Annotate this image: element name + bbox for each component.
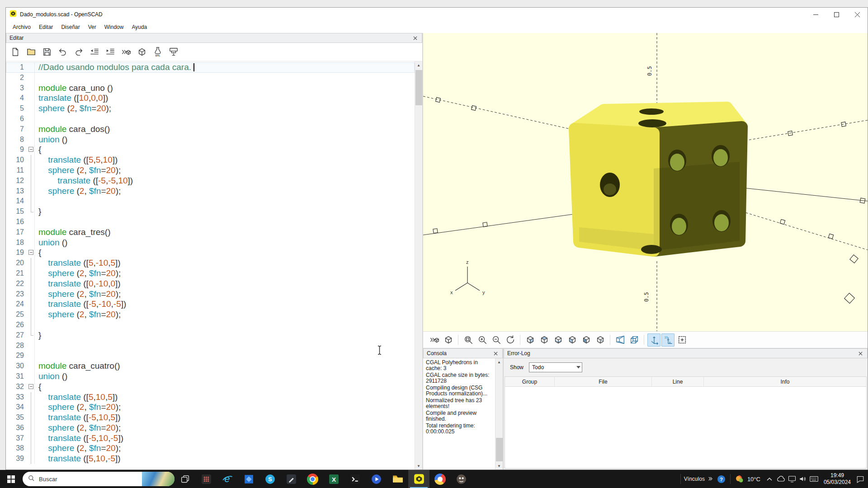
fold-margin[interactable]	[28, 124, 35, 135]
scroll-down-icon[interactable]: ▼	[415, 462, 422, 469]
fold-margin[interactable]	[28, 217, 35, 227]
code-line[interactable]: 18union ()	[6, 238, 415, 248]
fold-margin[interactable]	[28, 186, 35, 197]
fold-margin[interactable]	[28, 443, 35, 454]
code-line[interactable]: 27}	[6, 330, 415, 341]
fold-margin[interactable]	[28, 289, 35, 300]
task-view-icon[interactable]	[175, 470, 196, 488]
code-line[interactable]: 2	[6, 73, 415, 83]
render-icon[interactable]	[442, 333, 455, 347]
zoom-out-icon[interactable]	[490, 333, 503, 347]
perspective-icon[interactable]	[613, 333, 627, 347]
code-line[interactable]: 1//Dado usando modulos para cada cara.	[6, 62, 415, 73]
code-line[interactable]: 39 translate ([5,10,-5])	[6, 454, 415, 464]
minimize-icon[interactable]	[805, 8, 826, 21]
menu-window[interactable]: Window	[100, 22, 128, 32]
touch-keyboard-icon[interactable]	[808, 470, 820, 488]
grid-app-taskbar-icon[interactable]	[196, 470, 217, 488]
console-close-icon[interactable]	[492, 350, 499, 357]
view-all-icon[interactable]	[462, 333, 475, 347]
open-file-icon[interactable]	[24, 45, 38, 59]
code-line[interactable]: 12 translate ([-5,-5,10])	[6, 176, 415, 186]
code-line[interactable]: 5sphere (2, $fn=20);	[6, 103, 415, 114]
openscad-taskbar-icon[interactable]	[408, 470, 429, 488]
fold-margin[interactable]	[28, 402, 35, 413]
fold-margin[interactable]	[28, 73, 35, 83]
fold-margin[interactable]	[28, 341, 35, 351]
view-right-icon[interactable]	[524, 333, 537, 347]
view-left-icon[interactable]	[566, 333, 579, 347]
reset-view-icon[interactable]	[504, 333, 517, 347]
fold-margin[interactable]	[28, 371, 35, 382]
scroll-up-icon[interactable]: ▲	[495, 358, 503, 366]
code-line[interactable]: 33 translate ([5,10,5])	[6, 392, 415, 403]
code-line[interactable]: 31union ()	[6, 371, 415, 382]
code-line[interactable]: 23 sphere (2, $fn=20);	[6, 289, 415, 300]
menu-ver[interactable]: Ver	[84, 22, 100, 32]
links-toolbar-label[interactable]: Vínculos	[684, 476, 705, 482]
view-bottom-icon[interactable]	[552, 333, 565, 347]
orthogonal-icon[interactable]	[627, 333, 641, 347]
code-line[interactable]: 14	[6, 196, 415, 206]
fold-margin[interactable]	[28, 361, 35, 371]
unindent-icon[interactable]	[88, 45, 101, 59]
column-header-group[interactable]: Group	[505, 377, 555, 386]
error-log-header[interactable]: Error-Log	[504, 348, 868, 358]
fold-margin[interactable]	[28, 114, 35, 124]
fold-margin[interactable]	[28, 196, 35, 206]
column-header-info[interactable]: Info	[704, 377, 866, 386]
fold-margin[interactable]	[28, 320, 35, 330]
fold-margin[interactable]: −	[28, 145, 35, 155]
fold-margin[interactable]	[28, 238, 35, 248]
network-icon[interactable]	[787, 470, 797, 488]
code-line[interactable]: 16	[6, 217, 415, 227]
fold-margin[interactable]	[28, 330, 35, 341]
fold-margin[interactable]	[28, 165, 35, 176]
code-line[interactable]: 6	[6, 114, 415, 124]
console-body[interactable]: CGAL Polyhedrons in cache: 3CGAL cache s…	[423, 358, 503, 469]
fold-margin[interactable]	[28, 155, 35, 165]
hidden-icons-chevron-icon[interactable]	[764, 470, 775, 488]
fold-margin[interactable]	[28, 227, 35, 238]
fold-margin[interactable]	[28, 413, 35, 423]
code-line[interactable]: 3module cara_uno ()	[6, 83, 415, 94]
undo-icon[interactable]	[56, 45, 70, 59]
code-editor-taskbar-icon[interactable]	[281, 470, 302, 488]
code-line[interactable]: 9−{	[6, 145, 415, 155]
view-top-icon[interactable]	[538, 333, 551, 347]
new-file-icon[interactable]	[9, 45, 22, 59]
error-filter-dropdown[interactable]: Todo	[529, 362, 582, 372]
fold-margin[interactable]	[28, 268, 35, 279]
code-line[interactable]: 36 sphere (2, $fn=20);	[6, 423, 415, 433]
zoom-in-icon[interactable]	[476, 333, 489, 347]
fold-margin[interactable]	[28, 454, 35, 464]
error-log-close-icon[interactable]	[857, 350, 864, 357]
code-line[interactable]: 10 translate ([5,5,10])	[6, 155, 415, 165]
fold-margin[interactable]	[28, 103, 35, 114]
code-line[interactable]: 4translate ([10,0,0])	[6, 93, 415, 103]
temperature-label[interactable]: 10°C	[747, 476, 760, 483]
code-line[interactable]: 28	[6, 341, 415, 351]
redo-icon[interactable]	[72, 45, 85, 59]
scroll-down-icon[interactable]: ▼	[495, 462, 503, 469]
editor-panel-close-icon[interactable]	[411, 34, 419, 42]
preview-icon[interactable]	[119, 45, 133, 59]
code-line[interactable]: 38 sphere (2, $fn=20);	[6, 443, 415, 454]
editor-vertical-scrollbar[interactable]: ▲ ▼	[415, 61, 422, 469]
dice-model[interactable]	[575, 108, 742, 254]
column-header-line[interactable]: Line	[652, 377, 704, 386]
fold-margin[interactable]	[28, 83, 35, 94]
scrollbar-thumb[interactable]	[496, 438, 503, 461]
fold-margin[interactable]	[28, 423, 35, 433]
fold-margin[interactable]	[28, 392, 35, 403]
save-icon[interactable]	[40, 45, 54, 59]
code-line[interactable]: 7module cara_dos()	[6, 124, 415, 135]
internet-explorer-taskbar-icon[interactable]: e	[217, 470, 238, 488]
code-line[interactable]: 21 sphere (2, $fn=20);	[6, 268, 415, 279]
fold-margin[interactable]	[28, 62, 35, 73]
volume-icon[interactable]	[797, 470, 808, 488]
code-line[interactable]: 19−{	[6, 248, 415, 258]
code-line[interactable]: 11 sphere (2, $fn=20);	[6, 165, 415, 176]
column-header-file[interactable]: File	[555, 377, 652, 386]
code-line[interactable]: 17module cara_tres()	[6, 227, 415, 238]
